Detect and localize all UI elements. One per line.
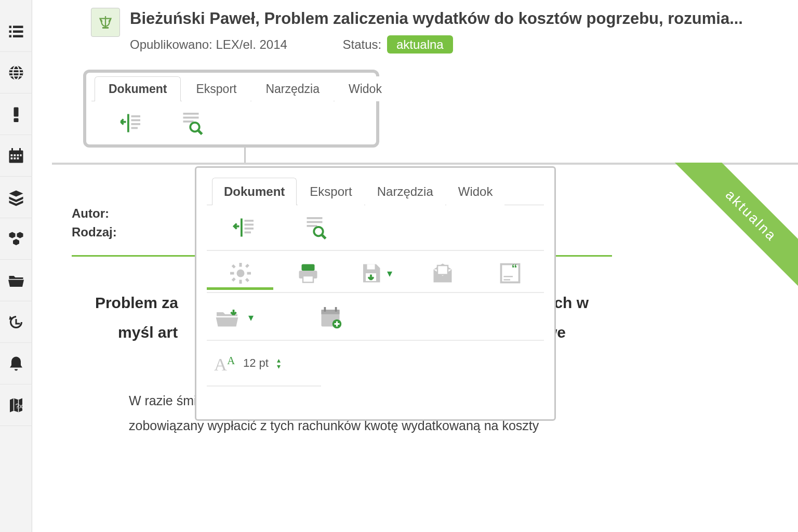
tab-narzedzia[interactable]: Narzędzia <box>251 76 334 101</box>
svg-rect-19 <box>19 148 21 152</box>
published-value: LEX/el. 2014 <box>216 37 287 51</box>
svg-rect-33 <box>245 224 254 226</box>
status-label: Status: <box>343 37 382 51</box>
svg-rect-12 <box>14 154 16 156</box>
svg-rect-35 <box>245 232 251 234</box>
popup-add-to-folder-button[interactable]: ▾ <box>209 302 292 332</box>
svg-rect-11 <box>10 154 12 156</box>
title-frag-1: Problem za <box>95 294 178 311</box>
font-size-value: 12 pt <box>243 356 269 370</box>
popup-toc-button[interactable] <box>209 212 277 243</box>
svg-rect-23 <box>131 115 141 117</box>
sidebar-item-folder[interactable] <box>0 260 32 301</box>
tool-toc-icon[interactable] <box>114 111 145 136</box>
sidebar-item-exclaim[interactable] <box>0 94 32 135</box>
svg-rect-17 <box>17 157 19 159</box>
tool-search-icon[interactable] <box>177 111 208 136</box>
svg-rect-56 <box>504 276 513 277</box>
svg-rect-18 <box>11 148 13 152</box>
svg-rect-2 <box>9 30 11 33</box>
svg-rect-25 <box>131 123 141 125</box>
svg-rect-29 <box>183 121 194 123</box>
svg-rect-15 <box>10 157 12 159</box>
svg-rect-62 <box>335 307 337 312</box>
title-frag-3: myśl art <box>118 324 178 341</box>
svg-rect-47 <box>245 264 249 268</box>
svg-rect-51 <box>303 276 313 283</box>
popup-tab-widok[interactable]: Widok <box>446 178 505 205</box>
ribbon-tabs: Dokument Eksport Narzędzia Widok <box>91 76 371 101</box>
popup-tab-eksport[interactable]: Eksport <box>298 178 364 205</box>
popup-tab-dokument[interactable]: Dokument <box>212 178 297 205</box>
tab-widok[interactable]: Widok <box>335 76 396 101</box>
svg-rect-14 <box>20 154 21 156</box>
tab-dokument[interactable]: Dokument <box>95 76 181 101</box>
popup-tabs: Dokument Eksport Narzędzia Widok <box>207 177 544 205</box>
chevron-down-icon: ▾ <box>387 267 392 280</box>
popup-font-size-control[interactable]: AA 12 pt ▴ ▾ <box>209 348 292 378</box>
svg-rect-61 <box>324 307 326 312</box>
svg-rect-57 <box>504 279 511 281</box>
svg-rect-48 <box>232 277 236 282</box>
sidebar-item-bell[interactable] <box>0 343 32 384</box>
svg-rect-3 <box>13 30 23 33</box>
svg-rect-37 <box>307 221 323 223</box>
svg-text:“: “ <box>512 262 517 275</box>
svg-rect-1 <box>13 25 23 28</box>
sidebar-item-modules[interactable] <box>0 218 32 260</box>
svg-rect-38 <box>307 225 317 227</box>
svg-rect-42 <box>239 280 242 284</box>
svg-rect-9 <box>14 118 18 122</box>
svg-rect-34 <box>245 228 254 230</box>
popup-print-button[interactable] <box>276 258 340 288</box>
document-type-icon <box>91 8 120 37</box>
popup-mail-button[interactable] <box>411 258 474 288</box>
svg-rect-46 <box>245 278 249 282</box>
sidebar-item-list[interactable] <box>0 10 32 52</box>
svg-rect-49 <box>301 264 314 271</box>
published-label: Opublikowano: <box>130 37 212 51</box>
popup-add-to-calendar-button[interactable] <box>296 302 365 332</box>
svg-rect-32 <box>245 220 254 222</box>
svg-rect-4 <box>9 35 11 37</box>
svg-rect-5 <box>13 35 23 37</box>
popup-tab-narzedzia[interactable]: Narzędzia <box>365 178 445 205</box>
sidebar: ?x <box>0 0 32 532</box>
svg-rect-8 <box>14 107 18 116</box>
popup-save-button[interactable]: ▾ <box>344 258 407 288</box>
font-size-down[interactable]: ▾ <box>277 364 281 369</box>
svg-rect-26 <box>131 127 138 129</box>
svg-text:A: A <box>227 355 235 366</box>
svg-rect-31 <box>241 219 243 237</box>
svg-rect-28 <box>183 117 199 119</box>
svg-rect-22 <box>127 114 129 132</box>
svg-rect-44 <box>247 272 251 275</box>
popup-search-button[interactable] <box>282 212 350 243</box>
sidebar-item-calendar[interactable] <box>0 135 32 177</box>
page-title: Bieżuński Paweł, Problem zaliczenia wyda… <box>130 9 743 28</box>
popup-settings-button[interactable] <box>209 258 272 288</box>
svg-rect-52 <box>367 264 375 270</box>
sidebar-item-globe[interactable] <box>0 52 32 94</box>
popup-quote-button[interactable]: “ <box>478 258 542 288</box>
svg-rect-36 <box>307 217 323 219</box>
svg-rect-0 <box>9 25 11 28</box>
header-subline: Opublikowano: LEX/el. 2014 Status: aktua… <box>130 37 453 52</box>
sidebar-item-map[interactable]: ?x <box>0 384 32 426</box>
svg-rect-45 <box>232 264 236 269</box>
chevron-down-icon: ▾ <box>248 311 254 324</box>
svg-text:?x: ?x <box>15 402 23 410</box>
svg-text:A: A <box>214 354 227 374</box>
svg-rect-10 <box>9 150 23 163</box>
svg-rect-21 <box>102 27 109 29</box>
ribbon-small: Dokument Eksport Narzędzia Widok <box>83 70 379 148</box>
svg-rect-24 <box>131 119 141 122</box>
svg-rect-27 <box>183 113 199 115</box>
svg-rect-41 <box>239 263 242 267</box>
svg-rect-54 <box>437 265 448 275</box>
svg-point-40 <box>236 270 244 277</box>
sidebar-item-stack[interactable] <box>0 177 32 218</box>
tab-eksport[interactable]: Eksport <box>182 76 250 101</box>
svg-point-39 <box>314 227 323 236</box>
sidebar-item-history[interactable] <box>0 301 32 343</box>
